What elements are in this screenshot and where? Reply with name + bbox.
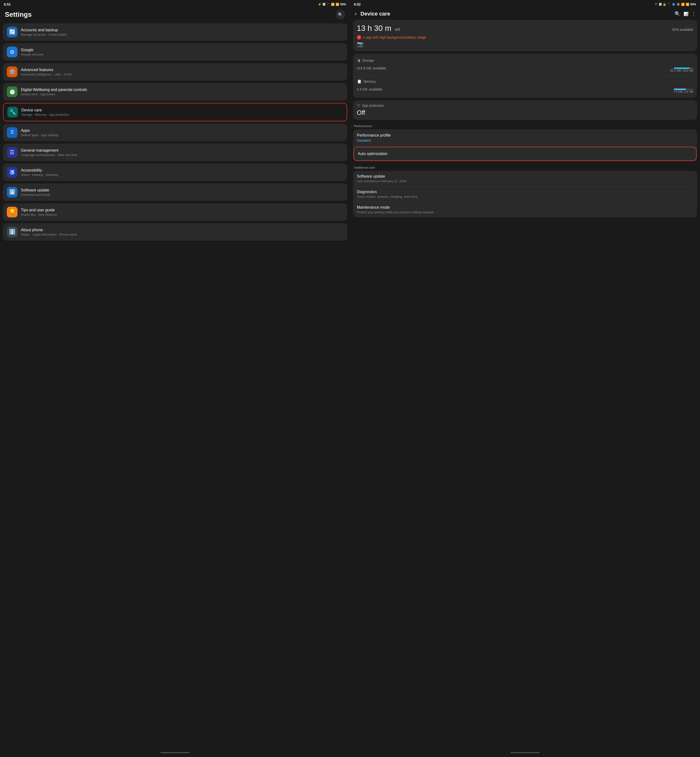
- battery-warning: ! 1 app with high background battery usa…: [357, 35, 694, 39]
- advanced-icon: ⚙️: [7, 67, 17, 77]
- advanced-title: Advanced features: [21, 68, 343, 72]
- settings-item-device-care[interactable]: 🔧 Device care Storage · Memory · App pro…: [3, 103, 347, 121]
- section-advanced: ⚙️ Advanced features Advanced intelligen…: [3, 63, 347, 81]
- battery-available: 50% available: [672, 28, 693, 31]
- time-right: 6:52: [354, 2, 361, 6]
- performance-profile-value: Standard: [357, 139, 694, 142]
- auto-optimization-title: Auto optimization: [358, 151, 692, 156]
- device-care-header: ‹ Device care 🔍 📊 ⋮: [350, 8, 700, 20]
- nfc-icon: 📱: [327, 3, 330, 6]
- memory-item[interactable]: 📋 Memory 3.4 GB available 7.4: [353, 76, 697, 97]
- section-general: ☰ General management Language and keyboa…: [3, 144, 347, 161]
- back-button[interactable]: ‹: [354, 10, 358, 18]
- software-update-subtitle: Download and install: [21, 193, 343, 197]
- status-bar-right: 6:52 📍 🖼 🔒 📱 🔷 🔇 📶 📶 50%: [350, 0, 700, 8]
- apps-icon: ⠿: [7, 127, 17, 138]
- storage-item[interactable]: ◑ Storage 419.8 GB available 9: [353, 55, 697, 76]
- settings-item-digital-wellbeing[interactable]: ⏱️ Digital Wellbeing and parental contro…: [3, 83, 347, 100]
- tips-icon: 💡: [7, 207, 17, 217]
- apps-subtitle: Default apps · App settings: [21, 133, 343, 137]
- device-care-screen: 6:52 📍 🖼 🔒 📱 🔷 🔇 📶 📶 50% ‹ Device care 🔍…: [350, 0, 700, 757]
- maintenance-mode-item[interactable]: Maintenance mode Protect your privacy wh…: [353, 202, 697, 217]
- memory-label: Memory: [364, 80, 376, 83]
- section-software-update: ⬇️ Software update Download and install: [3, 183, 347, 201]
- time-left: 6:51: [4, 2, 11, 6]
- memory-value: 3.4 GB: [357, 87, 367, 91]
- accounts-icon: 🔄: [7, 27, 17, 37]
- maintenance-mode-subtitle: Protect your privacy while your phone is…: [357, 210, 694, 214]
- google-title: Google: [21, 48, 343, 52]
- search-button[interactable]: 🔍: [336, 10, 345, 19]
- performance-section-label: Performance: [353, 122, 697, 129]
- battery-section[interactable]: 13 h 30 m left 50% available ! 1 app wit…: [353, 20, 697, 51]
- accounts-subtitle: Manage accounts · Smart Switch: [21, 33, 343, 36]
- settings-item-google[interactable]: G Google Google services: [3, 43, 347, 61]
- storage-progress-label: 92.2 GB / 512 GB: [670, 69, 693, 72]
- battery-right: 50%: [690, 3, 696, 6]
- storage-progress-fill: [674, 67, 690, 69]
- settings-item-accessibility[interactable]: ♿ Accessibility Vision · Hearing · Dexte…: [3, 164, 347, 181]
- app-protection-label: App protection: [362, 104, 384, 108]
- section-tips: 💡 Tips and user guide Useful tips · New …: [3, 203, 347, 221]
- home-indicator-left: [160, 752, 189, 753]
- section-accessibility: ♿ Accessibility Vision · Hearing · Dexte…: [3, 164, 347, 181]
- software-update-title: Software update: [21, 188, 343, 192]
- dc-analytics-button[interactable]: 📊: [683, 12, 688, 16]
- auto-optimization-item[interactable]: Auto optimization: [353, 147, 697, 161]
- maintenance-mode-title: Maintenance mode: [357, 205, 694, 210]
- storage-progress-bar: [674, 67, 693, 69]
- performance-profile-title: Performance profile: [357, 133, 694, 137]
- advanced-subtitle: Advanced intelligence · Labs · S Pen: [21, 73, 343, 76]
- signal-icon: 📶: [336, 3, 339, 6]
- section-digital-wellbeing: ⏱️ Digital Wellbeing and parental contro…: [3, 83, 347, 100]
- settings-screen: 6:51 ⚡ 🖼 📱 📶 📶 50% Settings 🔍 🔄 Accounts…: [0, 0, 350, 757]
- storage-label: Storage: [362, 58, 374, 62]
- device-care-icon: 🔧: [7, 107, 18, 117]
- performance-profile-item[interactable]: Performance profile Standard: [353, 129, 697, 146]
- software-update-item[interactable]: Software update Last checked on February…: [353, 171, 697, 186]
- section-device-care: 🔧 Device care Storage · Memory · App pro…: [3, 103, 347, 121]
- diagnostics-title: Diagnostics: [357, 190, 694, 194]
- google-icon: G: [7, 47, 17, 57]
- memory-suffix: available: [369, 87, 383, 91]
- settings-item-apps[interactable]: ⠿ Apps Default apps · App settings: [3, 124, 347, 141]
- settings-header: Settings 🔍: [0, 8, 350, 23]
- app-protection-section[interactable]: 🛡 App protection Off: [353, 100, 697, 120]
- settings-item-about[interactable]: ℹ️ About phone Status · Legal informatio…: [3, 223, 347, 241]
- software-update-icon: ⬇️: [7, 187, 17, 198]
- settings-list: 🔄 Accounts and backup Manage accounts · …: [0, 23, 350, 750]
- memory-icon: 📋: [357, 79, 362, 84]
- tips-title: Tips and user guide: [21, 208, 343, 212]
- dc-search-button[interactable]: 🔍: [675, 11, 681, 17]
- device-care-page-title: Device care: [361, 11, 672, 17]
- shield-icon: 🛡: [357, 104, 360, 108]
- section-apps: ⠿ Apps Default apps · App settings: [3, 124, 347, 141]
- device-care-subtitle: Storage · Memory · App protection: [21, 113, 343, 117]
- gallery-icon: 🖼: [322, 3, 325, 6]
- device-care-actions: 🔍 📊 ⋮: [675, 11, 696, 17]
- storage-suffix: available: [373, 66, 386, 70]
- settings-item-general[interactable]: ☰ General management Language and keyboa…: [3, 144, 347, 161]
- accessibility-title: Accessibility: [21, 168, 343, 173]
- settings-item-advanced[interactable]: ⚙️ Advanced features Advanced intelligen…: [3, 63, 347, 81]
- location-icon: 📍: [654, 3, 658, 6]
- home-indicator-right: [511, 752, 540, 753]
- battery-time-value: 13 h 30 m: [357, 24, 391, 33]
- settings-title: Settings: [5, 11, 31, 19]
- signal-icon-r: 📶: [686, 3, 689, 6]
- additional-care-label: Additional care: [353, 164, 697, 171]
- bottom-bar-right: [350, 750, 700, 757]
- diagnostics-item[interactable]: Diagnostics Touch screen, sensors, charg…: [353, 186, 697, 202]
- apps-title: Apps: [21, 128, 343, 133]
- digital-wellbeing-subtitle: Screen time · App timers: [21, 92, 343, 96]
- dc-more-button[interactable]: ⋮: [691, 11, 696, 17]
- status-icons-left: ⚡ 🖼 📱 📶 📶 50%: [318, 3, 346, 6]
- settings-item-software-update[interactable]: ⬇️ Software update Download and install: [3, 183, 347, 201]
- status-bar-left: 6:51 ⚡ 🖼 📱 📶 📶 50%: [0, 0, 350, 8]
- settings-item-accounts[interactable]: 🔄 Accounts and backup Manage accounts · …: [3, 23, 347, 41]
- accounts-title: Accounts and backup: [21, 28, 343, 32]
- tips-subtitle: Useful tips · New features: [21, 213, 343, 217]
- additional-care-section: Software update Last checked on February…: [353, 171, 697, 217]
- section-about: ℹ️ About phone Status · Legal informatio…: [3, 223, 347, 241]
- settings-item-tips[interactable]: 💡 Tips and user guide Useful tips · New …: [3, 203, 347, 221]
